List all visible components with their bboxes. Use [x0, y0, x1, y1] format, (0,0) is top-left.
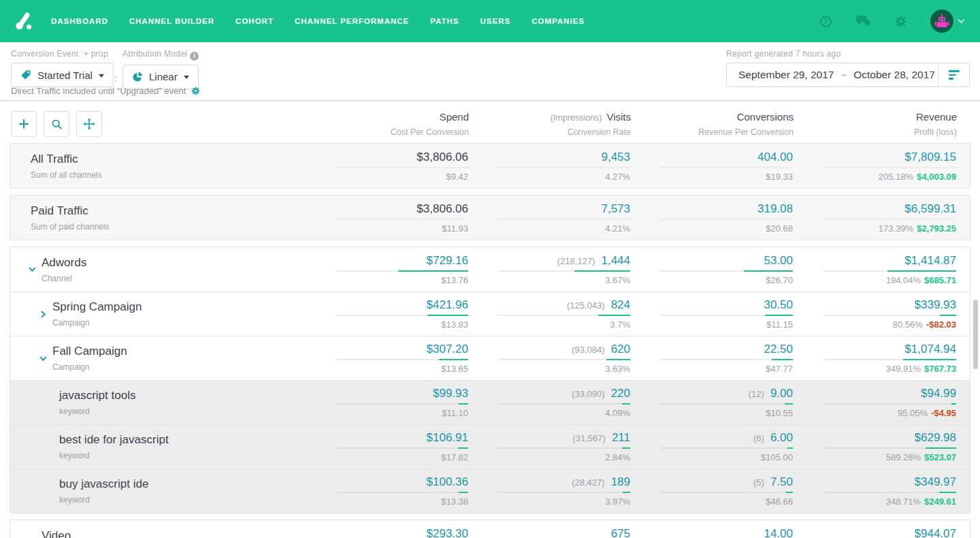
conversions-cell: 30.50$11.15: [630, 298, 793, 330]
visits-cell: (125,043)8243.7%: [468, 298, 630, 330]
nav-item-cohort[interactable]: COHORT: [235, 17, 274, 25]
nav-item-channel-builder[interactable]: CHANNEL BUILDER: [129, 17, 214, 25]
visits-value[interactable]: 189: [611, 475, 630, 489]
info-icon[interactable]: i: [190, 52, 199, 61]
chevron-down-icon[interactable]: [27, 265, 37, 274]
move-button[interactable]: [76, 111, 102, 137]
conversions-cell: 404.00$19.33: [630, 151, 793, 182]
row-type: Channel: [42, 274, 86, 283]
nav-item-users[interactable]: USERS: [480, 17, 511, 25]
revenue-bar: [823, 359, 956, 360]
table-row[interactable]: buy javascript idekeyword$100.36$13.38(2…: [10, 469, 970, 513]
row-title: Spring Campaign: [52, 300, 142, 314]
conversions-value[interactable]: 53.00: [764, 254, 793, 268]
date-range-picker[interactable]: September 29, 2017 – October 28, 2017: [726, 63, 970, 87]
conversions-bar: [660, 359, 793, 360]
revenue-value[interactable]: $629.98: [915, 431, 956, 445]
spend-value[interactable]: $99.93: [433, 387, 468, 400]
visits-value[interactable]: 9,453: [601, 151, 630, 164]
help-icon[interactable]: ?: [818, 14, 833, 29]
table-row[interactable]: All TrafficSum of all channels$3,806.06$…: [10, 144, 970, 188]
visits-value[interactable]: 1,444: [601, 254, 630, 268]
conversions-sub-value: $105.00: [761, 452, 793, 462]
conversions-value[interactable]: 30.50: [764, 298, 793, 312]
app-logo-icon[interactable]: [15, 11, 33, 31]
gear-icon[interactable]: [893, 14, 908, 29]
date-start: September 29, 2017: [727, 69, 834, 81]
conversions-value[interactable]: 319.08: [757, 202, 793, 216]
revenue-value[interactable]: $1,414.87: [904, 254, 956, 268]
visits-value[interactable]: 824: [611, 298, 630, 312]
revenue-value[interactable]: $7,809.15: [904, 151, 956, 164]
spend-value[interactable]: $421.96: [427, 298, 468, 312]
column-header-visits: (Impressions)Visits Conversion Rate: [469, 111, 631, 137]
revenue-value[interactable]: $349.97: [915, 475, 956, 489]
spend-value[interactable]: $293.30: [427, 527, 468, 538]
revenue-bar: [823, 403, 956, 405]
chat-icon[interactable]: [855, 14, 870, 29]
revenue-cell: $6,599.31173.39%$2,793.25: [793, 202, 956, 234]
conversion-event-select[interactable]: Started Trial: [11, 63, 114, 87]
profit-value: -$4.95: [931, 408, 956, 418]
row-name-cell: Paid TrafficSum of paid channels: [10, 204, 305, 232]
spend-bar: [336, 492, 468, 493]
table-row[interactable]: AdwordsChannel$729.16$13.76(218,127)1,44…: [10, 247, 970, 291]
table-row[interactable]: VideoChannel$293.3067514.00$944.07: [10, 520, 970, 538]
conversions-value[interactable]: 404.00: [757, 151, 793, 164]
revenue-sub-value: 95.05%-$4.95: [898, 408, 956, 418]
nav-item-paths[interactable]: PATHS: [430, 17, 459, 25]
date-options-icon[interactable]: [938, 70, 969, 80]
chevron-down-icon[interactable]: [38, 353, 48, 363]
revenue-value[interactable]: $339.93: [915, 298, 956, 312]
conversions-value[interactable]: 6.00: [770, 431, 793, 445]
add-prop-button[interactable]: + prop: [84, 49, 108, 59]
visits-sub-value: 3.97%: [605, 496, 630, 507]
revenue-value[interactable]: $94.99: [921, 387, 956, 400]
direct-traffic-note: Direct Traffic included until “Upgraded”…: [11, 86, 201, 96]
spend-value: $3,806.06: [416, 151, 468, 164]
table-row[interactable]: best ide for javascriptkeyword$106.91$17…: [10, 424, 970, 469]
settings-gear-icon[interactable]: [191, 86, 201, 96]
conversions-value[interactable]: 9.00: [770, 387, 793, 400]
nav-item-companies[interactable]: COMPANIES: [532, 17, 585, 25]
table-row[interactable]: Spring CampaignCampaign$421.96$13.83(125…: [10, 291, 970, 336]
table-row[interactable]: javascript toolskeyword$99.93$11.10(33,0…: [10, 380, 970, 424]
visits-secondary-value: (93,084): [572, 345, 604, 355]
conversions-sub-value: $19.33: [766, 172, 793, 182]
search-button[interactable]: [44, 111, 69, 137]
row-title: best ide for javascript: [59, 433, 169, 447]
row-name-cell: javascript toolskeyword: [10, 389, 305, 416]
vertical-scrollbar[interactable]: [973, 300, 978, 369]
profit-value: $767.73: [924, 364, 956, 374]
add-button[interactable]: [11, 111, 37, 137]
spend-bar: [336, 315, 468, 316]
visits-value[interactable]: 211: [612, 431, 630, 445]
spend-value[interactable]: $100.36: [427, 475, 468, 489]
table-row[interactable]: Paid TrafficSum of paid channels$3,806.0…: [10, 195, 970, 240]
nav-item-channel-performance[interactable]: CHANNEL PERFORMANCE: [295, 17, 409, 25]
visits-value[interactable]: 620: [611, 343, 630, 356]
nav-item-dashboard[interactable]: DASHBOARD: [51, 17, 108, 25]
user-menu[interactable]: [930, 10, 965, 33]
revenue-value[interactable]: $1,074.94: [904, 343, 956, 356]
revenue-value[interactable]: $6,599.31: [904, 202, 956, 216]
spend-sub-value: $13.65: [441, 364, 468, 374]
spend-value[interactable]: $729.16: [427, 254, 468, 268]
date-end: October 28, 2017: [853, 69, 935, 81]
chevron-right-icon[interactable]: [38, 309, 48, 319]
table-toolbar: [11, 111, 306, 137]
caret-down-icon: [99, 74, 104, 78]
conversions-value[interactable]: 7.50: [770, 475, 793, 489]
row-type: keyword: [59, 495, 148, 505]
visits-value[interactable]: 675: [611, 527, 630, 538]
spend-cell: $3,806.06$11.93: [305, 202, 468, 234]
visits-value[interactable]: 7,573: [601, 202, 630, 216]
visits-secondary-value: (31,567): [572, 433, 605, 443]
conversions-value[interactable]: 14.00: [764, 527, 793, 538]
spend-value[interactable]: $307.20: [427, 343, 468, 356]
spend-value[interactable]: $106.91: [427, 431, 468, 445]
revenue-value[interactable]: $944.07: [915, 527, 956, 538]
visits-value[interactable]: 220: [611, 387, 630, 400]
table-row[interactable]: Fall CampaignCampaign$307.20$13.65(93,08…: [10, 336, 970, 380]
conversions-value[interactable]: 22.50: [764, 343, 793, 356]
